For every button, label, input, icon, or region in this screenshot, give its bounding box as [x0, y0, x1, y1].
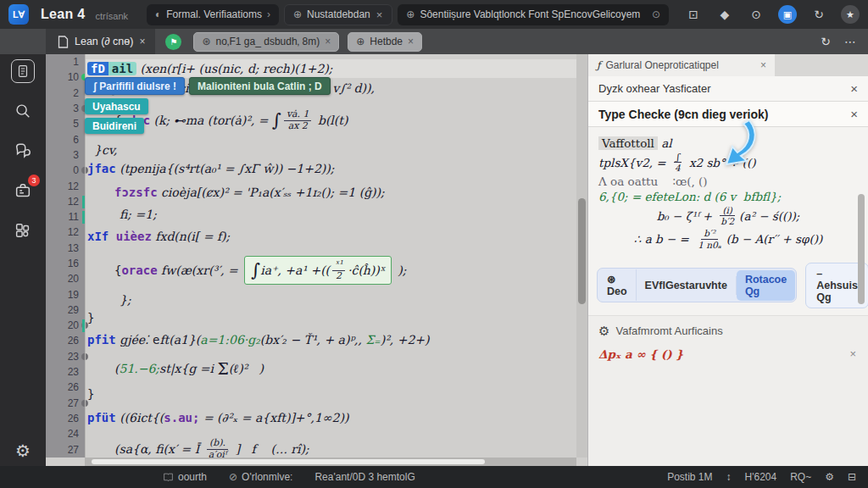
- gutter-line[interactable]: 27: [46, 396, 85, 411]
- gutter-line[interactable]: 27: [46, 441, 85, 457]
- code-line[interactable]: xIf uièez fxd(n(i[ = f);: [86, 224, 576, 249]
- panel-tab[interactable]: ƒ Garlural Oneproticatiqpel ×: [588, 54, 775, 76]
- tab-lean-file[interactable]: Lean (∂ cnɵ) ×: [46, 29, 155, 54]
- gutter-line[interactable]: 23: [46, 349, 85, 364]
- panel-scrollbar[interactable]: [858, 194, 865, 304]
- close-icon[interactable]: ×: [849, 347, 856, 360]
- gutter-line[interactable]: 29: [46, 302, 85, 318]
- gutter-line[interactable]: 3: [46, 147, 85, 163]
- status-item[interactable]: ⊟: [848, 471, 856, 483]
- code-token: 51.−6;: [119, 362, 159, 375]
- gutter-line[interactable]: 12: [46, 178, 85, 193]
- close-icon[interactable]: ×: [850, 107, 858, 121]
- gutter-line[interactable]: 12: [46, 225, 85, 240]
- scrollbar-thumb[interactable]: [578, 198, 586, 304]
- refresh-icon[interactable]: ↻: [810, 5, 828, 24]
- editor-tab[interactable]: ⊕Hetbde×: [348, 32, 422, 52]
- gutter-line[interactable]: 11: [46, 209, 85, 225]
- code-line[interactable]: (51.−6;st|x{g =i Σ(ℓ)² ): [86, 352, 576, 385]
- highlight-box: ∫ia⁺, +a¹ +((ˣ¹2·ĉ(ĥ))ˣ: [244, 256, 392, 285]
- browser-tab[interactable]: ⊕Nustatdebdan×: [284, 4, 392, 25]
- code-action-popup: ʃ Parififil diulsre !Malioniteni bula Ca…: [85, 77, 331, 134]
- panel-seg-button[interactable]: Rotacoe Qg: [737, 270, 795, 301]
- gutter-line[interactable]: 10: [46, 69, 85, 85]
- code-action-badge[interactable]: Malioniteni bula Catlin ; D: [189, 77, 331, 95]
- code-line[interactable]: }: [86, 385, 576, 403]
- close-icon[interactable]: ×: [139, 36, 145, 47]
- gutter-line[interactable]: 6: [46, 131, 85, 147]
- line-number: 16: [68, 258, 79, 269]
- code-line[interactable]: }: [86, 308, 576, 327]
- gutter-line[interactable]: 13: [46, 241, 85, 256]
- status-item[interactable]: Postib 1M: [667, 471, 712, 483]
- drop-icon[interactable]: ◆: [715, 5, 734, 24]
- gutter-line[interactable]: 3: [46, 101, 85, 116]
- settings-gear-icon[interactable]: ⚙: [0, 441, 46, 461]
- editor-vertical-scrollbar[interactable]: [576, 54, 587, 458]
- gutter-line[interactable]: 19: [46, 286, 85, 302]
- status-item[interactable]: H'6204: [745, 471, 777, 483]
- gutter-line[interactable]: 0: [46, 163, 85, 178]
- explorer-icon[interactable]: [11, 59, 35, 83]
- gutter-line[interactable]: 1: [46, 54, 85, 69]
- editor-horizontal-scrollbar[interactable]: [85, 458, 576, 466]
- gutter-line[interactable]: 24: [46, 426, 85, 441]
- extensions-icon[interactable]: [11, 219, 35, 242]
- status-item[interactable]: ⚙: [825, 471, 834, 483]
- close-icon[interactable]: ×: [325, 36, 331, 47]
- gutter-line[interactable]: 2: [46, 86, 85, 101]
- close-icon[interactable]: ×: [376, 8, 384, 21]
- gutter-line[interactable]: 12: [46, 194, 85, 209]
- code-line[interactable]: (sa{α, fi(x′ = Ī (b).a′oiᶠ ] f (… rî);: [86, 432, 576, 458]
- code-action-badge[interactable]: Uyahascu: [85, 98, 148, 114]
- code-token: Λ oa oattu ∶œ(, (): [598, 175, 708, 188]
- infoview-line: 6,{0; = efeteLon: d (6 v bfbfl};: [598, 190, 858, 203]
- comment-icon[interactable]: ⊡: [684, 5, 703, 24]
- code-line[interactable]: fDail (xen(r[i+ (us(nic, d; rech)(1+2);: [86, 59, 576, 78]
- pin-icon[interactable]: ⚑: [165, 34, 181, 50]
- browser-tab[interactable]: ◐Formal. Verifiaatioms›: [147, 4, 279, 25]
- more-icon[interactable]: ⋯: [844, 35, 856, 48]
- code-line[interactable]: pfit gjée⁚ eft(a1}(a=1:06·g₂(bx′₂ − Ť¹, …: [86, 327, 576, 352]
- debug-box-icon[interactable]: 3: [11, 179, 35, 202]
- close-icon[interactable]: ×: [408, 36, 414, 47]
- scrollbar-thumb[interactable]: [92, 459, 485, 464]
- status-item[interactable]: Rea'ant/0D 3 hemtolG: [314, 471, 415, 483]
- status-item[interactable]: ⊘O'rlonmlve:: [229, 471, 292, 483]
- code-editor[interactable]: 1102356301212111213162019292026232326272…: [46, 54, 587, 466]
- code-line[interactable]: jfac (tpenija{(s⁴rt(a₀¹ = ∫xΓ ŵ)) −1+2))…: [86, 158, 576, 180]
- gutter-line[interactable]: 20: [46, 271, 85, 286]
- close-icon[interactable]: ×: [850, 81, 858, 96]
- search-icon[interactable]: [11, 99, 35, 123]
- code-line[interactable]: };: [86, 291, 576, 308]
- browser-tab[interactable]: ⊕Sôentiișure Vablqtlonck Font SpEncovGel…: [398, 4, 669, 25]
- code-action-badge[interactable]: ʃ Parififil diulsre !: [85, 77, 185, 95]
- code-line[interactable]: }cv,: [86, 142, 576, 158]
- code-token: }: [87, 387, 94, 401]
- gutter-line[interactable]: 26: [46, 380, 85, 395]
- status-item[interactable]: ↕: [726, 471, 732, 483]
- gutter-line[interactable]: 16: [46, 256, 85, 271]
- sync-icon[interactable]: ↻: [821, 35, 831, 48]
- editor-tab[interactable]: ⊛no‚F1 ga_ dsbudh‚ 8m)×: [193, 32, 339, 52]
- close-icon[interactable]: ×: [760, 59, 766, 71]
- code-line[interactable]: fɔzsfc cioèja[(ȼx)² = 'P₁a(x′ₛₛ +1ɪ₂(); …: [86, 180, 576, 205]
- gutter-line[interactable]: 20: [46, 318, 85, 333]
- code-line[interactable]: fi; =1;: [86, 205, 576, 224]
- status-item[interactable]: oourth: [163, 471, 207, 483]
- code-line[interactable]: pfüt ((6ict{(s.au; = (∂²ₓ = a{xft)]+°,1∞…: [86, 403, 576, 432]
- code-action-badge[interactable]: Buidireni: [85, 118, 144, 134]
- gutter-line[interactable]: 5: [46, 116, 85, 131]
- compass-icon[interactable]: ⊙: [747, 5, 765, 24]
- gutter-line[interactable]: 26: [46, 333, 85, 348]
- panel-seg-button[interactable]: EVflGestaruvhte: [637, 276, 737, 295]
- gutter-line[interactable]: 23: [46, 364, 85, 380]
- code-token: )², +2+): [381, 333, 430, 347]
- status-item[interactable]: RQ~: [790, 471, 811, 483]
- star-icon[interactable]: ★: [841, 5, 860, 24]
- panel-seg-button[interactable]: ⊛ Deo: [598, 269, 637, 301]
- app-icon[interactable]: ▣: [778, 5, 797, 24]
- gutter-line[interactable]: 26: [46, 411, 85, 426]
- code-line[interactable]: {orace fw(æ(xr(³′, = ∫ia⁺, +a¹ +((ˣ¹2·ĉ(…: [86, 249, 576, 291]
- chat-icon[interactable]: [11, 139, 35, 163]
